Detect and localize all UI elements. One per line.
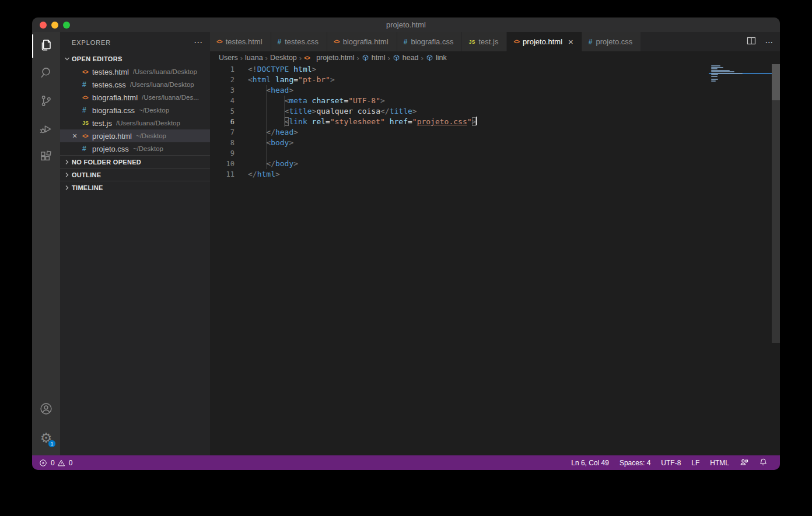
section-outline[interactable]: OUTLINE: [60, 168, 210, 181]
window-title: projeto.html: [386, 20, 426, 29]
file-name: biografia.css: [92, 106, 135, 115]
line-content: <head>: [235, 85, 293, 96]
open-editor-item[interactable]: #testes.css/Users/luana/Desktop: [60, 78, 210, 91]
code-line[interactable]: 3 <head>: [210, 85, 780, 96]
code-line[interactable]: 1<!DOCTYPE html>: [210, 64, 780, 75]
section-timeline[interactable]: TIMELINE: [60, 181, 210, 194]
sidebar-title: EXPLORER: [72, 39, 194, 46]
code-line[interactable]: 11</html>: [210, 169, 780, 180]
run-and-debug-icon: [38, 121, 54, 139]
status-label: Ln 6, Col 49: [571, 459, 609, 467]
tab-testes.css[interactable]: #testes.css: [271, 32, 327, 51]
split-editor-button[interactable]: [747, 36, 756, 48]
breadcrumb-item-projeto.html[interactable]: <>projeto.html: [304, 54, 354, 62]
code-editor[interactable]: 1<!DOCTYPE html>2<html lang="pt-br">3 <h…: [210, 64, 780, 455]
activity-extensions-button[interactable]: [32, 144, 60, 172]
activity-search-button[interactable]: [32, 60, 60, 88]
breadcrumb-label: html: [372, 54, 386, 62]
activity-run-and-debug-button[interactable]: [32, 116, 60, 144]
status-feedback[interactable]: [734, 458, 754, 468]
open-editors-section-header[interactable]: OPEN EDITORS: [60, 52, 210, 65]
breadcrumb-label: link: [436, 54, 447, 62]
more-actions-button[interactable]: ⋯: [765, 37, 775, 47]
problems-status[interactable]: 00: [39, 459, 72, 467]
sidebar-header: EXPLORER ⋯: [60, 32, 210, 52]
tab-projeto.css[interactable]: #projeto.css: [582, 32, 642, 51]
code-line[interactable]: 2<html lang="pt-br">: [210, 75, 780, 85]
status-eol[interactable]: LF: [686, 459, 705, 467]
status-encoding[interactable]: UTF-8: [656, 459, 686, 467]
minimap[interactable]: [709, 65, 772, 135]
line-number: 4: [210, 96, 235, 106]
code-line[interactable]: 7 </head>: [210, 127, 780, 138]
line-number: 6: [210, 117, 235, 127]
tab-testes.html[interactable]: <>testes.html: [210, 32, 271, 51]
code-line[interactable]: 4 <meta charset="UTF-8">: [210, 96, 780, 106]
activity-manage-button[interactable]: ⚙1: [32, 424, 60, 452]
tab-biografia.html[interactable]: <>biografia.html: [327, 32, 397, 51]
tab-test.js[interactable]: JStest.js: [462, 32, 507, 51]
breadcrumb-item-luana[interactable]: luana: [245, 54, 263, 62]
tab-label: biografia.html: [343, 37, 388, 46]
activity-source-control-button[interactable]: [32, 88, 60, 116]
chevron-right-icon: [62, 157, 72, 167]
open-editor-item[interactable]: #projeto.css~/Desktop: [60, 142, 210, 155]
chevron-right-icon: [62, 170, 72, 180]
breadcrumb-item-head[interactable]: head: [393, 54, 419, 62]
activity-explorer-button[interactable]: [32, 32, 60, 60]
open-editor-item[interactable]: <>biografia.html/Users/luana/Des...: [60, 91, 210, 104]
file-name: projeto.css: [92, 145, 129, 153]
breadcrumb-separator: ›: [240, 54, 243, 62]
minimap-line: [711, 68, 718, 69]
tab-label: projeto.css: [596, 37, 632, 46]
open-editor-item[interactable]: ×<>projeto.html~/Desktop: [60, 129, 210, 142]
open-editor-item[interactable]: #biografia.css~/Desktop: [60, 104, 210, 117]
line-content: <meta charset="UTF-8">: [235, 96, 385, 106]
close-icon[interactable]: ×: [568, 37, 573, 46]
file-name: testes.html: [92, 68, 129, 76]
line-content: [235, 148, 248, 159]
minimize-window-button[interactable]: [51, 22, 58, 29]
code-line[interactable]: 10 </body>: [210, 159, 780, 169]
open-editor-item[interactable]: <>testes.html/Users/luana/Desktop: [60, 65, 210, 78]
section-no-folder-opened[interactable]: NO FOLDER OPENED: [60, 155, 210, 168]
breadcrumb-item-html[interactable]: html: [362, 54, 386, 62]
code-line[interactable]: 6 <link rel="stylesheet" href="projeto.c…: [210, 117, 780, 127]
code-line[interactable]: 5 <title>qualquer coisa</title>: [210, 106, 780, 117]
html-file-icon: <>: [82, 94, 92, 101]
breadcrumb-item-link[interactable]: link: [426, 54, 447, 62]
zoom-window-button[interactable]: [63, 22, 70, 29]
line-number: 7: [210, 127, 235, 138]
breadcrumb-item-Users[interactable]: Users: [219, 54, 238, 62]
line-number: 10: [210, 159, 235, 169]
open-editor-item[interactable]: JStest.js/Users/luana/Desktop: [60, 117, 210, 129]
more-actions-icon[interactable]: ⋯: [194, 37, 203, 48]
accounts-icon: [38, 401, 54, 419]
close-window-button[interactable]: [40, 22, 47, 29]
activity-accounts-button[interactable]: [32, 396, 60, 424]
status-notifications[interactable]: [754, 458, 773, 468]
close-icon[interactable]: ×: [72, 129, 82, 142]
breadcrumb-item-Desktop[interactable]: Desktop: [270, 54, 297, 62]
status-indentation[interactable]: Spaces: 4: [614, 459, 656, 467]
file-path: /Users/luana/Desktop: [130, 81, 194, 88]
tab-label: projeto.html: [523, 37, 562, 46]
open-editors-list: <>testes.html/Users/luana/Desktop#testes…: [60, 65, 210, 155]
file-path: /Users/luana/Desktop: [116, 120, 180, 127]
html-file-icon: <>: [334, 38, 340, 45]
status-language-mode[interactable]: HTML: [705, 459, 734, 467]
status-bar: 00 Ln 6, Col 49Spaces: 4UTF-8LFHTML: [32, 455, 780, 470]
status-cursor-position[interactable]: Ln 6, Col 49: [566, 459, 614, 467]
tab-biografia.css[interactable]: #biografia.css: [397, 32, 463, 51]
file-name: test.js: [92, 119, 112, 128]
tab-projeto.html[interactable]: <>projeto.html×: [507, 32, 582, 51]
symbol-cube-icon: [393, 54, 400, 62]
traffic-lights: [40, 22, 70, 29]
file-path: ~/Desktop: [139, 107, 169, 114]
chevron-right-icon: [62, 183, 72, 192]
vscode-window: projeto.html ⚙1 EXPLORER ⋯ OPEN EDITORS …: [32, 17, 780, 470]
minimap-line: [711, 76, 718, 77]
scrollbar-slider[interactable]: [772, 64, 780, 100]
code-line[interactable]: 9: [210, 148, 780, 159]
code-line[interactable]: 8 <body>: [210, 138, 780, 148]
